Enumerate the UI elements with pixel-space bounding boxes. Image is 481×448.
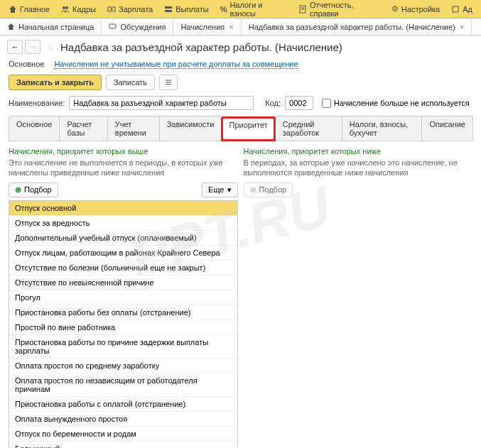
tab-bar: Начальная страница Обсуждения Начисления… [0,18,481,35]
top-menu: Главное Кадры Зарплата Выплаты %Налоги и… [0,0,481,18]
tab-start[interactable]: Начальная страница [0,18,102,35]
code-label: Код: [265,99,281,107]
right-desc: В периодах, за которые уже начислено это… [244,158,473,178]
page-title: Надбавка за разъездной характер работы. … [60,41,342,53]
list-icon [164,78,173,87]
tab-avg[interactable]: Средний заработок [275,116,342,141]
right-title: Начисления, приоритет которых ниже [244,147,473,155]
menu-staff[interactable]: Кадры [55,0,102,18]
subnav: Основное Начисления не учитываемые при р… [0,58,481,75]
list-item[interactable]: Оплата простоя по среднему заработку [9,359,237,373]
save-close-button[interactable]: Записать и закрыть [9,75,102,90]
list-item[interactable]: Простой по вине работника [9,320,237,335]
subnav-link[interactable]: Начисления не учитываемые при расчете до… [54,60,298,69]
list-item[interactable]: Отпуск лицам, работающим в районах Крайн… [9,246,237,261]
list-item[interactable]: Отпуск основной [9,201,237,216]
admin-icon [451,5,460,13]
toolbar: Записать и закрыть Записать [0,75,481,96]
svg-point-1 [65,6,68,9]
svg-rect-10 [109,24,116,28]
menu-reports[interactable]: Отчетность, справки [293,0,386,18]
close-icon[interactable]: × [460,23,464,31]
disabled-label: Начисление больше не используется [334,99,470,107]
left-title: Начисления, приоритет которых выше [9,147,238,155]
percent-icon: % [220,5,227,13]
svg-point-0 [63,6,65,9]
chat-icon [109,23,117,31]
save-button[interactable]: Записать [106,75,155,90]
list-item[interactable]: Дополнительный учебный отпуск (оплачивае… [9,231,237,246]
select-button-left[interactable]: ⊕Подбор [9,182,58,197]
menu-main[interactable]: Главное [3,0,55,18]
list-item[interactable]: Оплата простоя по независящим от работод… [9,373,237,397]
name-label: Наименование: [9,99,65,107]
tab-priority[interactable]: Приоритет [221,116,275,141]
menu-payments[interactable]: Выплаты [158,0,214,18]
plus-icon: ⊕ [15,185,21,195]
list-item[interactable]: Приостановка работы по причине задержки … [9,335,237,359]
name-input[interactable] [69,96,254,110]
gear-icon: ⚙ [391,4,399,13]
menu-taxes[interactable]: %Налоги и взносы [215,0,293,18]
money-icon [107,5,116,13]
disabled-checkbox-wrap: Начисление больше не используется [322,99,470,108]
list-item[interactable]: Приостановка работы без оплаты (отстране… [9,305,237,320]
menu-admin[interactable]: Ад [445,0,478,18]
list-item[interactable]: Прогул [9,290,237,305]
list-item[interactable]: Приостановка работы с оплатой (отстранен… [9,397,237,412]
forward-button[interactable]: → [25,40,40,54]
tab-time[interactable]: Учет времени [107,116,160,141]
chevron-down-icon: ▾ [227,185,232,195]
svg-rect-5 [165,10,172,12]
pay-icon [164,5,173,13]
home-icon [9,5,17,13]
people-icon [61,5,70,13]
left-column: Начисления, приоритет которых выше Это н… [9,147,238,448]
tab-base[interactable]: Расчет базы [59,116,107,141]
inner-tabs: Основное Расчет базы Учет времени Зависи… [9,116,472,141]
list-item[interactable]: Отпуск за вредность [9,216,237,231]
code-input[interactable] [285,96,313,110]
subnav-main[interactable]: Основное [9,60,44,69]
close-icon[interactable]: × [229,23,233,31]
report-button[interactable] [159,75,178,90]
list-item[interactable]: Больничный [9,442,237,448]
left-tools: ⊕Подбор Еще ▾ [9,182,238,197]
list-item[interactable]: Отпуск по беременности и родам [9,427,237,442]
form-row: Наименование: Код: Начисление больше не … [0,96,481,116]
tab-deps[interactable]: Зависимости [159,116,222,141]
priority-list[interactable]: Отпуск основнойОтпуск за вредностьДополн… [9,200,238,448]
list-item[interactable]: Оплата вынужденного простоя [9,412,237,427]
plus-icon: ⊕ [250,185,256,195]
content: Начисления, приоритет которых выше Это н… [0,141,481,448]
select-button-right[interactable]: ⊕Подбор [244,182,293,197]
right-column: Начисления, приоритет которых ниже В пер… [244,147,473,448]
svg-rect-9 [453,6,458,12]
tab-osnovnoe[interactable]: Основное [9,116,60,141]
favorite-icon[interactable]: ☆ [47,41,56,53]
right-tools: ⊕Подбор [244,182,473,197]
list-item[interactable]: Отсутствие по невыясненной причине [9,275,237,290]
svg-point-3 [111,8,113,10]
tab-current[interactable]: Надбавка за разъездной характер работы. … [242,18,472,35]
header: ← → ☆ Надбавка за разъездной характер ра… [0,35,481,58]
more-button[interactable]: Еще ▾ [202,182,237,197]
tab-desc[interactable]: Описание [421,116,473,141]
tab-accruals[interactable]: Начисления× [173,18,241,35]
menu-settings[interactable]: ⚙Настройка [386,0,445,18]
tab-discuss[interactable]: Обсуждения [102,18,173,35]
menu-salary[interactable]: Зарплата [102,0,158,18]
home-icon [7,23,15,31]
tab-taxes[interactable]: Налоги, взносы, бухучет [342,116,423,141]
svg-rect-4 [165,6,172,9]
disabled-checkbox[interactable] [322,99,331,108]
doc-icon [298,5,307,13]
left-desc: Это начисление не выполняется в периоды,… [9,158,238,178]
list-item[interactable]: Отсутствие по болезни (больничный еще не… [9,261,237,275]
back-button[interactable]: ← [7,40,23,54]
